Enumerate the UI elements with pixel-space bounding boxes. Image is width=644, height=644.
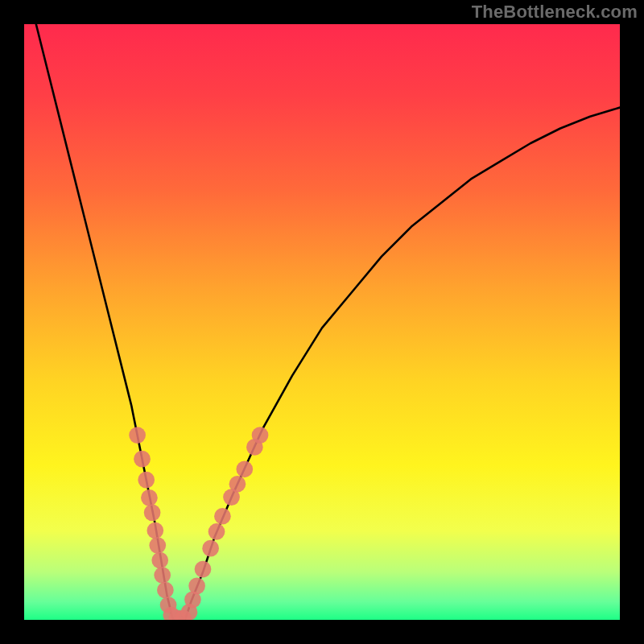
bead bbox=[229, 476, 246, 493]
bead bbox=[214, 508, 231, 525]
bead bbox=[195, 561, 212, 578]
chart-svg bbox=[24, 24, 620, 620]
frame: TheBottleneck.com bbox=[0, 0, 644, 644]
bead bbox=[141, 489, 158, 506]
watermark: TheBottleneck.com bbox=[472, 2, 638, 23]
bead bbox=[188, 577, 205, 594]
bead bbox=[144, 504, 161, 521]
bead bbox=[236, 460, 253, 477]
bead bbox=[134, 451, 151, 468]
bead bbox=[202, 540, 219, 557]
bead bbox=[129, 427, 146, 444]
bead bbox=[149, 537, 166, 554]
bead bbox=[147, 522, 163, 539]
bead bbox=[252, 427, 269, 444]
bead bbox=[208, 523, 225, 540]
gradient-background bbox=[24, 24, 620, 620]
bead bbox=[138, 472, 155, 489]
bead bbox=[154, 567, 171, 584]
plot-area bbox=[24, 24, 620, 620]
bead bbox=[157, 582, 174, 599]
bead bbox=[151, 552, 168, 569]
